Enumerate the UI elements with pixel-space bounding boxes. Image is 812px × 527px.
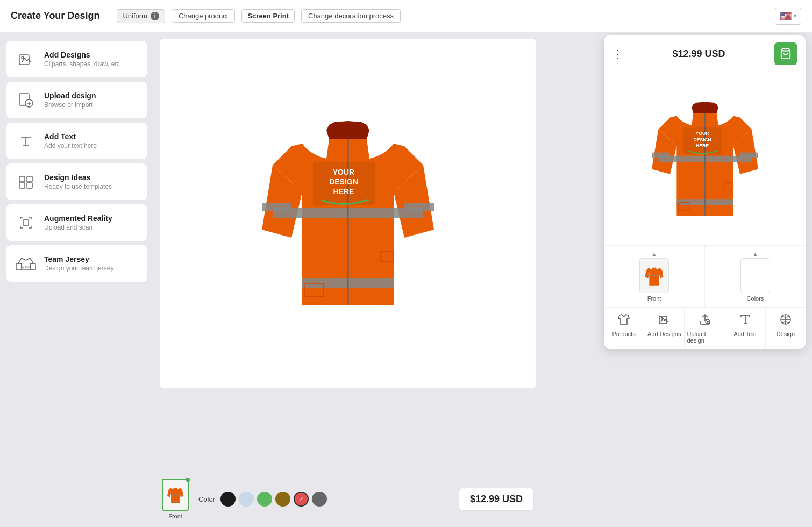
chevron-up-icon-front: ▲ [652, 251, 657, 257]
panel-text-icon [739, 313, 752, 329]
team-jersey-title: Team Jersey [44, 255, 113, 264]
sidebar-item-upload-design[interactable]: Upload design Browse or import [6, 82, 147, 118]
panel-design-icon [779, 313, 792, 329]
header: Create Your Design Uniform i Change prod… [0, 0, 812, 32]
price-badge: $12.99 USD [459, 488, 534, 511]
svg-rect-30 [740, 153, 758, 158]
right-panel-header: ⋮ $12.99 USD [604, 35, 806, 73]
ideas-icon [15, 171, 37, 193]
panel-art-icon [658, 313, 671, 329]
svg-text:HERE: HERE [696, 143, 709, 148]
color-label: Color [198, 495, 215, 503]
team-jersey-subtitle: Design your team jersey [44, 265, 113, 272]
bottom-controls: Front Color $12.99 USD [153, 471, 543, 527]
change-product-button[interactable]: Change product [172, 9, 236, 23]
augmented-reality-subtitle: Upload and scan [44, 224, 112, 231]
upload-design-subtitle: Browse or import [44, 101, 96, 109]
color-swatch-black[interactable] [220, 492, 236, 507]
ar-icon [15, 212, 37, 233]
chevron-down-icon: ▾ [794, 13, 796, 19]
svg-point-1 [22, 56, 24, 59]
design-ideas-title: Design Ideas [44, 173, 112, 182]
flag-icon: 🇺🇸 [780, 10, 792, 22]
front-view-thumb[interactable] [162, 479, 189, 511]
badge-uniform: Uniform i [117, 9, 165, 23]
art-icon [15, 48, 37, 70]
augmented-reality-title: Augmented Reality [44, 214, 112, 223]
badge-screen-print: Screen Print [241, 9, 295, 23]
panel-nav-add-text-label: Add Text [733, 331, 757, 337]
color-swatches [220, 492, 327, 507]
panel-nav-design[interactable]: Design [766, 308, 806, 349]
jersey-icon: NAME [15, 253, 37, 274]
color-swatch-brown[interactable] [275, 492, 290, 507]
svg-rect-8 [23, 220, 29, 225]
sidebar: Add Designs Cliparts, shapes, draw, etc … [0, 32, 153, 527]
color-swatch-green[interactable] [257, 492, 272, 507]
panel-nav-upload-design[interactable]: Upload design [685, 308, 725, 349]
uniform-label: Uniform [123, 12, 147, 20]
panel-jacket-image: YOUR DESIGN HERE [651, 89, 759, 229]
svg-rect-39 [646, 275, 663, 276]
panel-bottom-nav: Products Add Designs [604, 307, 806, 349]
text-icon [15, 130, 37, 152]
svg-rect-4 [19, 176, 25, 182]
color-swatch-red[interactable] [294, 492, 309, 507]
svg-rect-15 [404, 203, 434, 211]
sidebar-item-team-jersey[interactable]: NAME Team Jersey Design your team jersey [6, 245, 147, 282]
upload-design-title: Upload design [44, 91, 96, 100]
add-text-title: Add Text [44, 132, 97, 141]
sidebar-item-add-designs[interactable]: Add Designs Cliparts, shapes, draw, etc [6, 41, 147, 77]
shirt-icon [617, 313, 630, 329]
add-designs-title: Add Designs [44, 51, 120, 59]
active-indicator [186, 478, 190, 482]
panel-front-view[interactable]: ▲ Front [604, 246, 705, 307]
color-swatch-lightblue[interactable] [239, 492, 254, 507]
panel-front-label: Front [647, 295, 661, 302]
panel-nav-add-text[interactable]: Add Text [725, 308, 766, 349]
panel-nav-design-label: Design [777, 331, 795, 337]
page-title: Create Your Design [11, 10, 99, 22]
svg-rect-9 [16, 264, 22, 270]
svg-rect-14 [262, 203, 291, 211]
front-view-label: Front [168, 513, 182, 519]
chevron-up-icon-colors: ▲ [753, 251, 758, 257]
svg-rect-24 [168, 494, 182, 495]
panel-views: ▲ Front ▲ Colors [604, 245, 806, 307]
language-selector[interactable]: 🇺🇸 ▾ [775, 8, 801, 25]
color-section: Color [198, 492, 327, 507]
panel-price: $12.99 USD [672, 48, 725, 60]
more-options-icon[interactable]: ⋮ [612, 47, 623, 60]
panel-upload-icon [699, 313, 711, 329]
panel-nav-products[interactable]: Products [604, 308, 644, 349]
svg-text:DESIGN: DESIGN [329, 177, 358, 186]
panel-nav-products-label: Products [612, 331, 635, 337]
panel-nav-add-designs[interactable]: Add Designs [644, 308, 685, 349]
svg-rect-5 [27, 176, 32, 182]
svg-text:DESIGN: DESIGN [693, 137, 711, 143]
panel-front-thumb [639, 258, 669, 293]
panel-nav-upload-label: Upload design [687, 331, 722, 344]
add-text-subtitle: Add your text here [44, 142, 97, 149]
front-view-thumb-wrapper [162, 479, 189, 511]
add-to-cart-button[interactable] [774, 42, 797, 65]
jacket-preview-main: YOUR DESIGN HERE [262, 101, 434, 326]
canvas-container: YOUR DESIGN HERE [160, 39, 536, 388]
upload-icon [15, 89, 37, 111]
svg-text:HERE: HERE [333, 187, 354, 196]
design-ideas-subtitle: Ready to use templates [44, 183, 112, 190]
color-swatch-gray[interactable] [312, 492, 327, 507]
sidebar-item-add-text[interactable]: Add Text Add your text here [6, 123, 147, 159]
panel-colors-label: Colors [747, 295, 764, 302]
svg-point-41 [661, 318, 663, 319]
right-panel: ⋮ $12.99 USD [604, 35, 806, 349]
svg-rect-6 [19, 183, 25, 188]
svg-rect-29 [651, 153, 669, 158]
panel-colors-view[interactable]: ▲ Colors [705, 246, 806, 307]
change-decoration-button[interactable]: Change decoration process [301, 9, 401, 23]
info-icon[interactable]: i [151, 12, 159, 20]
sidebar-item-design-ideas[interactable]: Design Ideas Ready to use templates [6, 163, 147, 200]
sidebar-item-augmented-reality[interactable]: Augmented Reality Upload and scan [6, 204, 147, 241]
panel-jacket-preview: YOUR DESIGN HERE [604, 73, 806, 245]
svg-text:YOUR: YOUR [695, 131, 709, 136]
